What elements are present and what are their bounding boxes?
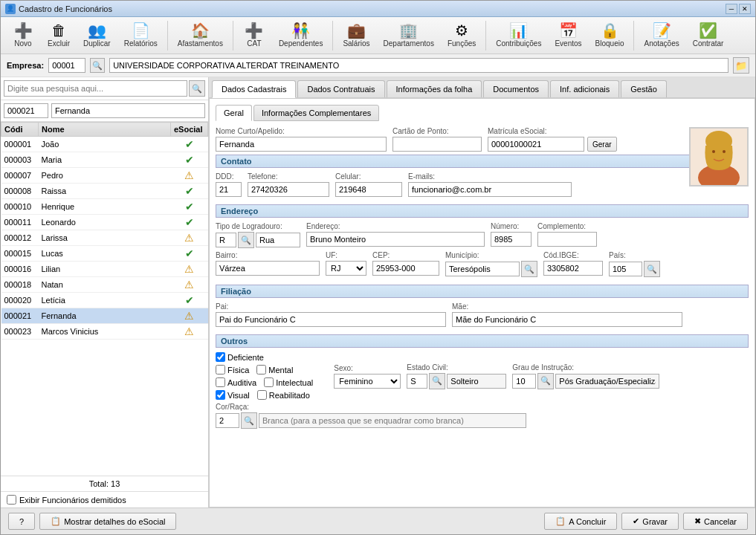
table-row[interactable]: 000020Letícia✔ [1,293,208,308]
tipo-logradouro-input[interactable] [216,233,236,247]
cartao-ponto-input[interactable] [392,137,482,152]
toolbar-btn-relatorios[interactable]: 📄Relatórios [119,20,163,51]
empresa-code-input[interactable] [48,58,85,73]
toolbar-btn-duplicar[interactable]: 👥Duplicar [78,20,116,51]
salarios-icon: 💼 [347,23,366,38]
employee-name-input[interactable] [51,103,205,118]
toolbar-btn-afastamentos[interactable]: 🏠Afastamentos [172,20,228,51]
table-row[interactable]: 000007Pedro⚠ [1,168,208,184]
estado-civil-code-input[interactable] [407,374,427,389]
fisica-checkbox[interactable] [216,365,225,374]
table-row[interactable]: 000011Leonardo✔ [1,215,208,230]
funcoes-label: Funções [448,39,476,48]
toolbar-btn-novo[interactable]: ➕Novo [7,20,39,51]
tab-content: GeralInformações Complementares [209,98,755,508]
toolbar-btn-contratar[interactable]: ✅Contratar [688,20,729,51]
esocial-button[interactable]: 📋 Mostrar detalhes do eSocial [39,513,176,530]
empresa-search-button[interactable]: 🔍 [90,58,105,73]
toolbar-btn-funcoes[interactable]: ⚙Funções [442,20,481,51]
table-row[interactable]: 000008Raissa✔ [1,184,208,199]
visual-checkbox[interactable] [216,390,225,400]
matricula-esocial-input[interactable] [488,137,584,152]
pais-search-button[interactable]: 🔍 [644,261,660,277]
table-row[interactable]: 000015Lucas✔ [1,246,208,262]
close-button[interactable]: ✕ [739,4,751,14]
cor-raca-code-input[interactable] [216,413,239,428]
tipo-logradouro-desc-input[interactable] [256,233,300,247]
table-row[interactable]: 000001João✔ [1,137,208,152]
toolbar-btn-dependentes[interactable]: 👫Dependentes [274,20,329,51]
table-row[interactable]: 000012Larissa⚠ [1,230,208,246]
cep-input[interactable] [372,261,439,276]
search-button[interactable]: 🔍 [189,80,205,97]
deficiente-checkbox[interactable] [216,352,225,362]
table-row[interactable]: 000003Maria✔ [1,152,208,168]
tab-dados-contratuais[interactable]: Dados Contratuais [297,80,384,97]
tipo-logradouro-search-button[interactable]: 🔍 [238,232,254,248]
toolbar-btn-cat[interactable]: ➕CAT [238,20,271,51]
endereco-row2: Bairro: UF: ACALAMAPBACEDFESGOMAMGMSMTPA… [216,251,749,277]
uf-select[interactable]: ACALAMAPBACEDFESGOMAMGMSMTPAPBPEPIPRRJRN… [326,261,366,276]
telefone-input[interactable] [248,182,329,197]
main-tabs: Dados CadastraisDados ContratuaisInforma… [209,77,755,98]
table-row[interactable]: 000018Natan⚠ [1,277,208,293]
toolbar-btn-bloqueio[interactable]: 🔒Bloqueio [590,20,630,51]
endereco-input[interactable] [306,232,485,247]
estado-civil-search-button[interactable]: 🔍 [429,373,445,389]
pai-input[interactable] [216,312,446,327]
ddd-input[interactable] [216,182,242,197]
cod-ibge-input[interactable] [543,261,603,276]
toolbar-btn-departamentos[interactable]: 🏢Departamentos [378,20,439,51]
auditiva-checkbox[interactable] [216,377,225,387]
tab-info-folha[interactable]: Informações da folha [387,80,482,97]
toolbar-btn-contribuicoes[interactable]: 📊Contribuições [491,20,546,51]
tab-dados-cadastrais[interactable]: Dados Cadastrais [212,80,296,98]
employee-name: Pedro [39,168,171,184]
toolbar-btn-excluir[interactable]: 🗑Excluir [42,20,75,51]
toolbar-btn-eventos[interactable]: 📅Eventos [549,20,587,51]
table-row[interactable]: 000010Henrique✔ [1,199,208,215]
uf-field: UF: ACALAMAPBACEDFESGOMAMGMSMTPAPBPEPIPR… [326,251,366,276]
bairro-input[interactable] [216,261,320,276]
pais-input[interactable] [609,262,642,276]
grau-instrucao-code-input[interactable] [512,374,536,389]
tab-documentos[interactable]: Documentos [483,80,549,97]
celular-input[interactable] [335,182,402,197]
municipio-input[interactable] [445,262,520,276]
toolbar-btn-anotacoes[interactable]: 📝Anotações [639,20,684,51]
excluir-label: Excluir [48,39,70,48]
cor-raca-search-button[interactable]: 🔍 [241,412,257,429]
mae-input[interactable] [452,312,682,327]
email-input[interactable] [408,182,572,197]
show-dismissed-checkbox[interactable] [7,495,16,505]
grau-instrucao-search-button[interactable]: 🔍 [537,373,554,389]
numero-input[interactable] [491,232,532,247]
sub-tab-geral[interactable]: Geral [216,105,252,121]
empresa-folder-button[interactable]: 📁 [733,57,749,74]
nome-curto-input[interactable] [216,137,387,152]
help-button[interactable]: ? [8,513,35,530]
sexo-select[interactable]: Feminino Masculino [334,374,401,389]
tab-gestao[interactable]: Gestão [621,80,666,97]
municipio-search-button[interactable]: 🔍 [521,261,537,277]
employee-esocial: ✔ [171,246,208,262]
gerar-button[interactable]: Gerar [587,137,617,152]
reabilitado-checkbox[interactable] [257,390,267,400]
gravar-button[interactable]: ✔ Gravar [621,513,679,530]
tab-inf-adicionais[interactable]: Inf. adicionais [550,80,619,97]
concluir-button[interactable]: 📋 A Concluir [544,513,617,530]
minimize-button[interactable]: ─ [726,4,737,14]
ddd-field: DDD: [216,172,242,197]
complemento-input[interactable] [537,232,597,247]
mental-checkbox[interactable] [256,365,266,374]
sub-tab-info-complementares[interactable]: Informações Complementares [253,105,379,121]
table-row[interactable]: 000021Fernanda⚠ [1,308,208,324]
empresa-name-input[interactable] [109,58,728,73]
toolbar-btn-salarios[interactable]: 💼Salários [337,20,375,51]
search-input[interactable] [4,80,187,97]
intelectual-checkbox[interactable] [264,377,274,387]
cancelar-button[interactable]: ✖ Cancelar [683,513,748,530]
table-row[interactable]: 000016Lilian⚠ [1,262,208,277]
table-row[interactable]: 000023Marcos Vinicius⚠ [1,324,208,340]
employee-code-input[interactable] [4,103,48,118]
